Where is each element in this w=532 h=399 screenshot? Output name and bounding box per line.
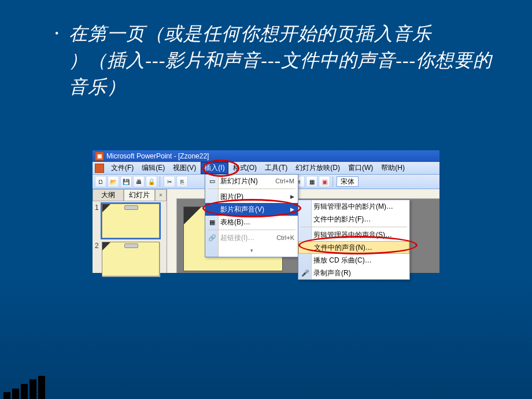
close-pane-icon[interactable]: ×	[155, 189, 167, 201]
movie-sound-submenu: 剪辑管理器中的影片(M)… 文件中的影片(F)… 剪辑管理器中的声音(S)… 文…	[298, 200, 410, 280]
submenu-play-cd[interactable]: 播放 CD 乐曲(C)…	[298, 254, 409, 267]
menu-edit[interactable]: 编辑(E)	[138, 162, 168, 174]
menu-table-label: 表格(B)…	[220, 217, 250, 227]
menu-picture-label: 图片(P)	[220, 192, 243, 202]
window-title: Microsoft PowerPoint - [Zzone22]	[106, 152, 209, 160]
menu-movie-sound[interactable]: 影片和声音(V) ▶	[205, 203, 298, 216]
window-titlebar: ▣ Microsoft PowerPoint - [Zzone22]	[93, 150, 439, 162]
decorative-bars	[0, 376, 45, 399]
new-slide-icon: ▭	[208, 176, 217, 186]
bullet-text: 在第一页（或是任何你想开始的页插入音乐 ）（插入---影片和声音---文件中的声…	[69, 20, 497, 100]
submenu-arrow-icon: ▶	[290, 206, 294, 212]
app-icon	[95, 164, 104, 173]
submenu-record-label: 录制声音(R)	[313, 268, 351, 278]
submenu-clip-movie[interactable]: 剪辑管理器中的影片(M)…	[298, 200, 409, 213]
vertical-ruler	[167, 198, 177, 273]
menu-hyperlink[interactable]: 🔗 超链接(I)… Ctrl+K	[205, 231, 298, 244]
insert-menu-dropdown: ▭ 新幻灯片(N) Ctrl+M 图片(P) ▶ 影片和声音(V) ▶ ▦ 表格…	[205, 174, 298, 257]
presentation-slide: • 在第一页（或是任何你想开始的页插入音乐 ）（插入---影片和声音---文件中…	[0, 0, 532, 399]
open-icon[interactable]: 📂	[108, 176, 119, 187]
menu-help[interactable]: 帮助(H)	[378, 162, 408, 174]
cut-icon[interactable]: ✂	[164, 176, 175, 187]
menu-view[interactable]: 视图(V)	[169, 162, 200, 174]
submenu-file-movie-label: 文件中的影片(F)…	[313, 215, 371, 224]
menu-new-slide-label: 新幻灯片(N)	[220, 176, 258, 186]
slide-thumbnail-1[interactable]	[102, 204, 160, 238]
menu-hyperlink-label: 超链接(I)…	[220, 233, 254, 243]
menu-separator	[301, 227, 407, 227]
grid-icon[interactable]: ▦	[306, 176, 317, 187]
expand-chevron-icon: ▾	[250, 247, 253, 253]
submenu-record[interactable]: 🎤 录制声音(R)	[298, 267, 409, 279]
menu-format[interactable]: 格式(O)	[230, 162, 260, 174]
menu-window[interactable]: 窗口(W)	[345, 162, 376, 174]
font-selector[interactable]: 宋体	[337, 176, 359, 187]
bullet-dot: •	[55, 20, 58, 47]
menu-separator	[208, 230, 295, 230]
submenu-clip-sound-label: 剪辑管理器中的声音(S)…	[313, 230, 392, 240]
toolbar-separator	[332, 176, 334, 187]
tab-slides[interactable]: 幻灯片	[124, 189, 155, 201]
microphone-icon: 🎤	[301, 268, 310, 278]
submenu-play-cd-label: 播放 CD 乐曲(C)…	[313, 256, 372, 265]
submenu-clip-sound[interactable]: 剪辑管理器中的声音(S)…	[298, 228, 409, 241]
menu-hyperlink-shortcut: Ctrl+K	[276, 234, 294, 241]
print-icon[interactable]: 🖶	[133, 176, 145, 187]
submenu-file-sound[interactable]: 文件中的声音(N)…	[298, 241, 409, 254]
submenu-clip-movie-label: 剪辑管理器中的影片(M)…	[313, 202, 393, 212]
submenu-file-sound-label: 文件中的声音(N)…	[314, 243, 372, 253]
slides-pane: 大纲 幻灯片 × 1 2	[93, 189, 167, 273]
thumb-row-1: 1	[95, 204, 164, 238]
menu-new-slide[interactable]: ▭ 新幻灯片(N) Ctrl+M	[205, 175, 298, 187]
embedded-screenshot: ▣ Microsoft PowerPoint - [Zzone22] 文件(F)…	[93, 150, 439, 272]
pane-tabs: 大纲 幻灯片 ×	[93, 189, 167, 201]
menu-picture[interactable]: 图片(P) ▶	[205, 190, 298, 203]
thumb-row-2: 2	[95, 242, 164, 276]
submenu-arrow-icon: ▶	[290, 194, 294, 200]
thumbnails: 1 2	[93, 201, 167, 282]
submenu-file-movie[interactable]: 文件中的影片(F)…	[298, 213, 409, 226]
copy-icon[interactable]: ⎘	[176, 176, 188, 187]
slide-thumbnail-2[interactable]	[102, 242, 160, 276]
save-icon[interactable]: 💾	[120, 176, 132, 187]
menu-separator	[208, 189, 295, 189]
menu-tools[interactable]: 工具(T)	[261, 162, 291, 174]
thumb-1-number: 1	[95, 204, 102, 212]
menu-slideshow[interactable]: 幻灯片放映(D)	[292, 162, 343, 174]
menubar: 文件(F) 编辑(E) 视图(V) 插入(I) 格式(O) 工具(T) 幻灯片放…	[93, 162, 439, 175]
tab-outline[interactable]: 大纲	[93, 189, 124, 201]
menu-file[interactable]: 文件(F)	[108, 162, 137, 174]
menu-new-slide-shortcut: Ctrl+M	[275, 178, 294, 184]
bullet-row: • 在第一页（或是任何你想开始的页插入音乐 ）（插入---影片和声音---文件中…	[0, 0, 532, 100]
menu-expand[interactable]: ▾	[205, 244, 298, 257]
toolbar-separator	[160, 176, 161, 187]
table-icon: ▦	[208, 217, 217, 227]
thumb-2-number: 2	[95, 242, 102, 250]
menu-table[interactable]: ▦ 表格(B)…	[205, 216, 298, 228]
formatting-toolbar: ≡ ▦ ▣ 宋体	[293, 176, 359, 187]
menu-movie-sound-label: 影片和声音(V)	[220, 205, 264, 215]
menu-insert[interactable]: 插入(I)	[201, 162, 228, 174]
new-icon[interactable]: 🗋	[95, 176, 106, 187]
hyperlink-icon: 🔗	[208, 233, 217, 242]
powerpoint-icon: ▣	[95, 152, 104, 161]
color-icon[interactable]: ▣	[319, 176, 330, 187]
permission-icon[interactable]: 🔓	[146, 176, 157, 187]
